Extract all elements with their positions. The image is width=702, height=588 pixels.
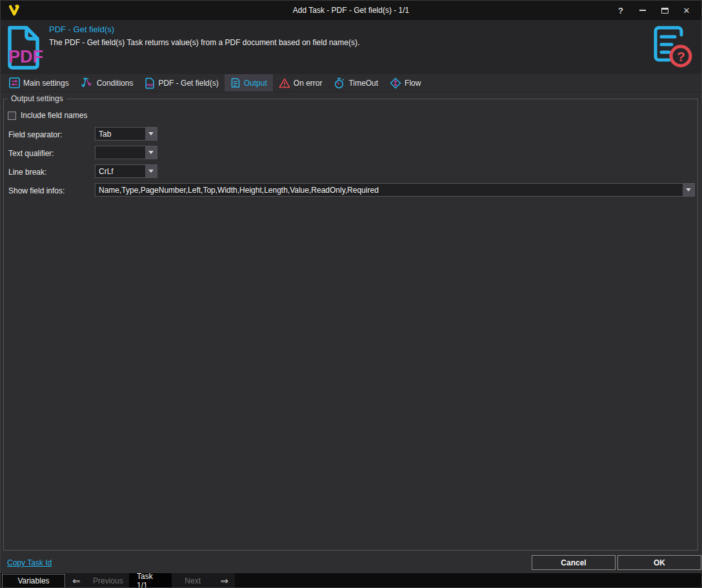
chevron-down-icon[interactable] — [683, 184, 694, 196]
warning-icon — [279, 78, 290, 88]
window-title: Add Task - PDF - Get field(s) - 1/1 — [1, 6, 701, 15]
sliders-icon — [9, 77, 20, 88]
task-navigation: ⇐ Previous Task 1/1 Next ⇒ — [66, 573, 235, 588]
field-separator-label: Field separator: — [8, 130, 62, 139]
cancel-button[interactable]: Cancel — [532, 555, 616, 570]
task-counter: Task 1/1 — [129, 573, 172, 588]
tab-label: Main settings — [23, 79, 69, 88]
task-description: The PDF - Get field(s) Task returns valu… — [49, 38, 359, 47]
tab-pdf-get-fields[interactable]: PDF PDF - Get field(s) — [139, 74, 224, 92]
line-break-label: Line break: — [8, 168, 46, 177]
help-document-icon[interactable]: ? — [654, 24, 692, 72]
minimize-button[interactable] — [632, 1, 654, 20]
show-field-infos-label: Show field infos: — [8, 186, 65, 195]
minimize-icon — [639, 10, 646, 11]
previous-arrow-icon[interactable]: ⇐ — [66, 575, 87, 587]
include-field-names-label: Include field names — [21, 111, 87, 120]
variables-button[interactable]: Variables — [2, 574, 65, 588]
field-separator-select[interactable]: Tab — [95, 127, 157, 141]
title-bar: Add Task - PDF - Get field(s) - 1/1 ? ✕ — [1, 1, 701, 20]
tab-label: On error — [294, 79, 323, 88]
tab-output[interactable]: Output — [225, 74, 273, 92]
tab-flow[interactable]: Flow — [384, 74, 426, 92]
branch-icon — [81, 77, 94, 89]
line-break-select[interactable]: CrLf — [95, 164, 157, 178]
output-tab-panel: Output settings Include field names Fiel… — [1, 92, 701, 553]
output-settings-group: Output settings Include field names Fiel… — [3, 99, 698, 551]
maximize-icon — [661, 8, 668, 14]
tab-label: TimeOut — [348, 79, 378, 88]
copy-task-id-link[interactable]: Copy Task Id — [7, 558, 52, 567]
task-header: PDF PDF - Get field(s) The PDF - Get fie… — [1, 20, 701, 74]
next-arrow-icon[interactable]: ⇒ — [214, 575, 235, 587]
maximize-button[interactable] — [654, 1, 676, 20]
group-title: Output settings — [8, 94, 66, 103]
pdf-doc-icon: PDF — [145, 77, 155, 89]
status-bar: Variables ⇐ Previous Task 1/1 Next ⇒ — [1, 573, 701, 588]
tab-label: PDF - Get field(s) — [158, 79, 218, 88]
chevron-down-icon[interactable] — [145, 165, 157, 177]
flow-diamond-icon — [390, 77, 401, 89]
include-field-names-checkbox[interactable] — [8, 112, 16, 120]
text-qualifier-label: Text qualifier: — [8, 149, 54, 158]
text-qualifier-select[interactable] — [95, 146, 157, 159]
window-help-button[interactable]: ? — [610, 1, 632, 20]
tab-label: Conditions — [97, 79, 134, 88]
tab-conditions[interactable]: Conditions — [75, 74, 139, 92]
previous-button[interactable]: Previous — [87, 576, 130, 585]
tab-label: Flow — [405, 79, 421, 88]
output-doc-icon — [230, 77, 241, 88]
next-button[interactable]: Next — [172, 576, 214, 585]
add-task-dialog: Add Task - PDF - Get field(s) - 1/1 ? ✕ … — [0, 0, 702, 588]
svg-text:PDF: PDF — [8, 47, 43, 66]
show-field-infos-select[interactable]: Name,Type,PageNumber,Left,Top,Width,Heig… — [95, 183, 695, 197]
tab-label: Output — [244, 79, 267, 88]
stopwatch-icon — [334, 77, 345, 89]
close-button[interactable]: ✕ — [676, 1, 697, 20]
dialog-footer: Copy Task Id Cancel OK — [1, 553, 701, 573]
task-title: PDF - Get field(s) — [49, 24, 114, 34]
tab-on-error[interactable]: On error — [273, 74, 328, 92]
tab-timeout[interactable]: TimeOut — [328, 74, 384, 92]
chevron-down-icon[interactable] — [145, 146, 157, 159]
chevron-down-icon[interactable] — [145, 128, 157, 140]
tab-bar: Main settings Conditions PDF PDF - Get f… — [1, 74, 701, 92]
svg-text:PDF: PDF — [147, 83, 154, 87]
svg-text:?: ? — [677, 49, 685, 64]
ok-button[interactable]: OK — [617, 555, 701, 570]
pdf-file-icon: PDF — [4, 25, 46, 72]
tab-main-settings[interactable]: Main settings — [3, 74, 75, 92]
